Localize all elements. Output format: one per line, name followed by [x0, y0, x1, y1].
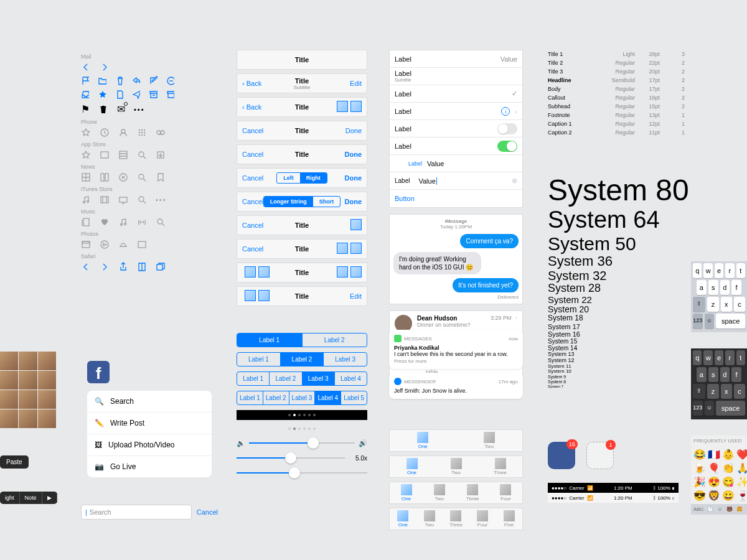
emoji-key[interactable]: ☺ [705, 401, 715, 416]
key-z[interactable]: z [707, 384, 718, 399]
search-icon[interactable] [137, 195, 147, 205]
emoji[interactable]: 😎 [693, 490, 706, 502]
key-s[interactable]: s [708, 280, 718, 295]
info-icon[interactable]: i [501, 107, 510, 116]
space-key[interactable]: space [716, 401, 745, 416]
action-icon[interactable] [350, 266, 362, 278]
cell-button[interactable]: Button [390, 190, 522, 207]
emoji[interactable]: 🎈 [708, 462, 720, 474]
key-x[interactable]: x [721, 384, 732, 399]
archive-icon[interactable] [149, 90, 157, 100]
tab[interactable]: Three [456, 482, 489, 503]
emoji[interactable]: 🇫🇷 [708, 449, 720, 460]
heart-icon[interactable] [100, 217, 110, 227]
key-q[interactable]: q [693, 350, 702, 365]
cell-inline-label-value[interactable]: LabelValue [390, 155, 522, 172]
tab[interactable]: Two [416, 508, 443, 530]
movies-icon[interactable] [100, 195, 110, 205]
tab[interactable]: One [390, 456, 434, 477]
flag-icon[interactable] [81, 76, 89, 86]
folder-icon[interactable] [98, 76, 106, 86]
message-out[interactable]: It's not finished yet? [453, 278, 519, 292]
message-out[interactable]: Comment ça va? [460, 234, 519, 248]
segmented-2[interactable]: Label 1Label 2 [237, 333, 367, 347]
clear-icon[interactable]: ⊗ [512, 177, 517, 185]
shared-icon[interactable] [118, 240, 128, 250]
tab[interactable]: One [390, 508, 416, 530]
segmented-4[interactable]: Label 1Label 2Label 3Label 4 [237, 371, 367, 386]
fb-go-live[interactable]: 📷Go Live [87, 456, 212, 477]
emoji[interactable]: 🙏 [736, 462, 747, 474]
cancel-button[interactable]: Cancel [197, 508, 218, 516]
action-icon[interactable] [337, 266, 348, 278]
emoji[interactable]: 🎉 [693, 476, 706, 488]
spam-icon[interactable] [166, 76, 174, 86]
page-control-light[interactable] [237, 425, 367, 432]
done-button[interactable]: Done [345, 127, 362, 134]
emoji-key[interactable]: ☺ [705, 314, 715, 329]
settings-app-icon[interactable]: 1 [586, 442, 614, 469]
compose-icon[interactable] [149, 76, 157, 86]
fb-write-post[interactable]: ✏️Write Post [87, 413, 212, 434]
action-icon[interactable] [350, 243, 362, 254]
recents-icon[interactable] [100, 128, 110, 138]
emoji-keyboard[interactable]: FREQUENTLY USED 😂🇫🇷👶❤️👍🌴🙋🍺🎈👏🙏😁🌿🙌🎉😍😋✨😘💪🎂😎… [691, 436, 747, 515]
keyboard-dark[interactable]: qwert asdf ⇧zxc 123☺space [691, 348, 747, 419]
emoji[interactable]: 😋 [722, 476, 735, 488]
trash-icon[interactable] [115, 76, 123, 86]
action-icon[interactable] [350, 101, 362, 112]
library-icon[interactable] [81, 217, 91, 227]
emoji[interactable]: 👶 [722, 449, 735, 460]
share-icon[interactable] [118, 262, 128, 272]
contacts-icon[interactable] [118, 128, 128, 138]
emoji[interactable]: 🦁 [708, 490, 720, 502]
key-w[interactable]: w [703, 350, 712, 365]
volume-slider[interactable]: 🔈 🔊 [237, 437, 367, 449]
voicemail-icon[interactable] [156, 128, 166, 138]
key-t[interactable]: t [736, 263, 745, 278]
tab[interactable]: Four [489, 482, 522, 503]
music-icon[interactable] [81, 195, 91, 205]
radio-icon[interactable] [137, 217, 147, 227]
cell-detail-disclosure[interactable]: Labeli› [390, 103, 522, 120]
bookmarks-icon[interactable] [137, 262, 147, 272]
send-icon[interactable] [132, 90, 140, 100]
key-t[interactable]: t [736, 350, 745, 365]
move-icon[interactable] [166, 90, 174, 100]
tabs-icon[interactable] [156, 262, 166, 272]
updates-icon[interactable] [156, 150, 166, 160]
key-d[interactable]: d [720, 280, 730, 295]
value-slider[interactable]: 5.0x [237, 452, 367, 464]
tab[interactable]: Two [423, 482, 456, 503]
key-e[interactable]: e [715, 350, 723, 365]
done-button[interactable]: Done [345, 198, 362, 205]
cell-checkmark[interactable]: Label✓ [390, 85, 522, 103]
categories-icon[interactable] [100, 150, 110, 160]
segmented-3[interactable]: Label 1Label 2Label 3 [237, 352, 367, 366]
star-filled-icon[interactable] [98, 90, 106, 100]
document-icon[interactable] [115, 90, 123, 100]
tab[interactable]: Five [496, 508, 522, 530]
emoji[interactable]: 🍺 [693, 462, 706, 474]
notification[interactable]: MESSENGER17m ago Jeff Smith: Jon Snow is… [389, 373, 523, 399]
shift-key[interactable]: ⇧ [693, 297, 705, 312]
text-input[interactable]: Value [418, 177, 436, 185]
key-s[interactable]: s [708, 367, 718, 382]
notification[interactable]: MESSAGESnow Priyanka Kodikal I can't bel… [389, 330, 523, 369]
plain-slider[interactable] [237, 467, 367, 478]
fb-upload-photo[interactable]: 🖼Upload Photo/Video [87, 434, 212, 456]
key-c[interactable]: c [734, 297, 745, 312]
cell-label-subtitle[interactable]: LabelSubtitle [390, 68, 522, 85]
action-icon[interactable] [337, 101, 348, 112]
tab[interactable]: One [390, 482, 423, 503]
edit-button[interactable]: Edit [350, 292, 362, 300]
favorites-icon[interactable] [100, 172, 110, 182]
emoji[interactable]: 😍 [708, 476, 720, 488]
done-button[interactable]: Done [345, 151, 362, 158]
chevron-right-icon[interactable] [100, 62, 110, 72]
key-d[interactable]: d [720, 367, 730, 382]
reply-icon[interactable] [132, 76, 140, 86]
key-r[interactable]: r [725, 263, 734, 278]
emoji[interactable]: 👏 [722, 462, 735, 474]
featured-star-icon[interactable] [81, 150, 91, 160]
